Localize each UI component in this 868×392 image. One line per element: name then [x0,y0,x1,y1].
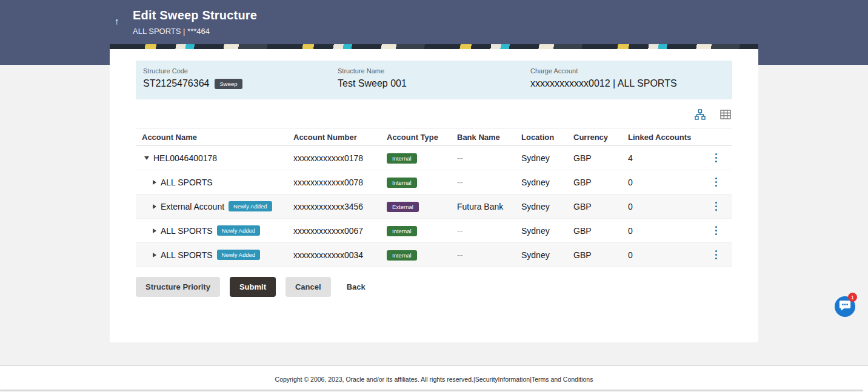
structure-priority-button[interactable]: Structure Priority [136,277,220,297]
newly-added-badge: Newly Added [229,201,272,211]
kebab-menu-icon[interactable] [713,248,719,262]
decorative-banner [110,44,758,49]
account-name: ALL SPORTS [161,250,213,260]
column-header-bank-name: Bank Name [451,133,515,142]
account-name-cell: External Account Newly Added [136,201,287,211]
column-header-account-type: Account Type [381,133,451,142]
terms-and-conditions-link[interactable]: Terms and Conditions [532,376,593,383]
submit-button[interactable]: Submit [230,277,276,297]
account-number: xxxxxxxxxxxx0034 [287,250,381,260]
account-name: ALL SPORTS [161,178,213,187]
account-type-badge: Internal [387,178,417,188]
table-row[interactable]: External Account Newly Added xxxxxxxxxxx… [136,194,732,219]
account-type-cell: Internal [381,153,451,164]
account-name-cell: ALL SPORTS Newly Added [136,250,287,260]
account-name-cell: ALL SPORTS [136,178,287,187]
content-card: Structure Code ST2125476364 Sweep Struct… [110,44,758,342]
column-header-account-number: Account Number [287,133,381,142]
back-link[interactable]: Back [347,282,366,291]
newly-added-badge: Newly Added [217,250,260,260]
location: Sydney [515,178,567,187]
column-header-linked-accounts: Linked Accounts [622,133,697,142]
row-actions-cell [697,151,732,165]
account-number: xxxxxxxxxxxx0067 [287,226,381,236]
table-header: Account Name Account Number Account Type… [136,128,732,146]
location: Sydney [515,202,567,211]
currency: GBP [567,153,622,163]
table-row[interactable]: ALL SPORTS Newly Added xxxxxxxxxxxx0067 … [136,219,732,243]
structure-name-value: Test Sweep 001 [338,78,407,89]
page-header-titles: Edit Sweep Structure ALL SPORTS | ***464 [133,8,257,36]
back-arrow-icon[interactable]: ↑ [115,16,119,26]
table-row[interactable]: ALL SPORTS Newly Added xxxxxxxxxxxx0034 … [136,243,732,267]
column-header-currency: Currency [567,133,622,142]
account-type-cell: External [381,201,451,212]
sweep-badge: Sweep [215,79,242,89]
account-type-cell: Internal [381,225,451,236]
security-information-link[interactable]: SecurityInformation [475,376,530,383]
page-title: Edit Sweep Structure [133,8,257,22]
table-view-icon[interactable] [720,109,731,120]
action-bar: Structure Priority Submit Cancel Back [136,277,732,297]
kebab-menu-icon[interactable] [713,224,719,238]
kebab-menu-icon[interactable] [713,151,719,165]
structure-summary-bar: Structure Code ST2125476364 Sweep Struct… [136,61,732,99]
structure-code-label: Structure Code [143,67,338,75]
linked-accounts: 0 [622,250,697,260]
expand-arrow-icon[interactable] [153,204,156,209]
column-header-location: Location [515,133,567,142]
expand-arrow-icon[interactable] [153,253,156,257]
account-type-badge: Internal [387,153,417,164]
account-name-cell: ALL SPORTS Newly Added [136,225,287,236]
charge-account-value: xxxxxxxxxxxx0012 | ALL SPORTS [530,78,677,89]
account-type-badge: Internal [387,226,417,236]
currency: GBP [567,250,622,260]
expand-arrow-icon[interactable] [153,228,156,233]
kebab-menu-icon[interactable] [713,200,719,213]
account-number: xxxxxxxxxxxx0178 [287,153,381,163]
account-name: External Account [161,202,224,211]
account-name: ALL SPORTS [161,226,213,236]
chat-button[interactable]: 1 [833,295,856,318]
account-name-cell: HEL0046400178 [136,153,287,163]
bank-name: -- [451,178,515,187]
bank-name: -- [451,153,515,163]
currency: GBP [567,178,622,187]
bank-name: Futura Bank [451,202,515,211]
structure-code-field: Structure Code ST2125476364 Sweep [143,67,338,93]
chat-unread-badge: 1 [848,293,857,302]
expand-arrow-icon[interactable] [153,180,156,185]
account-name: HEL0046400178 [153,153,217,163]
page-subtitle: ALL SPORTS | ***464 [133,27,257,36]
table-row[interactable]: ALL SPORTS xxxxxxxxxxxx0078 Internal -- … [136,170,732,194]
row-actions-cell [697,176,732,189]
kebab-menu-icon[interactable] [713,176,719,189]
bank-name: -- [451,250,515,260]
linked-accounts: 0 [622,226,697,236]
linked-accounts: 0 [622,202,697,211]
row-actions-cell [697,224,732,238]
location: Sydney [515,226,567,236]
cancel-button[interactable]: Cancel [285,277,331,297]
charge-account-label: Charge Account [530,67,677,75]
structure-code-value: ST2125476364 [143,78,209,89]
horizontal-scrollbar[interactable] [0,390,863,391]
row-actions-cell [697,248,732,262]
account-type-cell: Internal [381,250,451,261]
page-footer: Copyright © 2006, 2023, Oracle and/or it… [0,365,868,392]
newly-added-badge: Newly Added [217,225,260,236]
tree-view-icon[interactable] [695,109,706,120]
card-body: Structure Code ST2125476364 Sweep Struct… [110,49,758,342]
currency: GBP [567,226,622,236]
account-type-badge: External [387,202,419,212]
account-type-cell: Internal [381,177,451,188]
linked-accounts: 0 [622,178,697,187]
collapse-arrow-icon[interactable] [144,156,149,160]
column-header-account-name: Account Name [136,133,287,142]
currency: GBP [567,202,622,211]
bank-name: -- [451,226,515,236]
account-type-badge: Internal [387,250,417,261]
charge-account-field: Charge Account xxxxxxxxxxxx0012 | ALL SP… [530,67,677,93]
table-row[interactable]: HEL0046400178 xxxxxxxxxxxx0178 Internal … [136,146,732,170]
location: Sydney [515,153,567,163]
